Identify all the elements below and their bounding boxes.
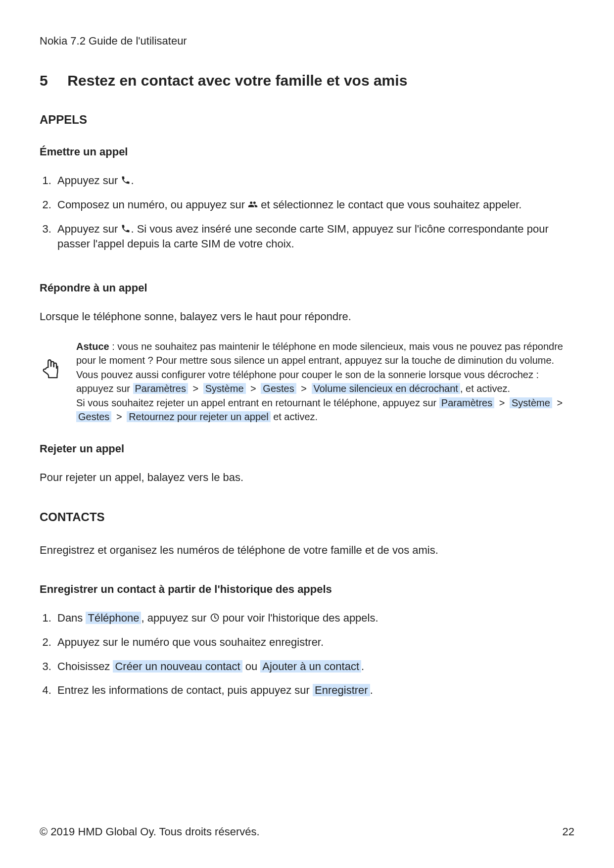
hl-retournez: Retournez pour rejeter un appel: [127, 411, 270, 422]
body-repondre: Lorsque le téléphone sonne, balayez vers…: [40, 309, 574, 325]
step-text: Appuyez sur: [57, 174, 121, 187]
tip-part: et activez.: [271, 411, 318, 422]
body-rejeter: Pour rejeter un appel, balayez vers le b…: [40, 470, 574, 485]
hl-parametres: Paramètres: [133, 383, 188, 394]
hl-volume-silencieux: Volume silencieux en décrochant: [312, 383, 460, 394]
step-text: .: [131, 174, 134, 187]
step-text: Dans: [57, 612, 86, 624]
list-item: Entrez les informations de contact, puis…: [54, 683, 574, 698]
tip-hand-icon: [40, 357, 62, 382]
chapter-heading: 5 Restez en contact avec votre famille e…: [40, 72, 574, 89]
document-title: Nokia 7.2 Guide de l'utilisateur: [40, 35, 574, 48]
subheading-rejeter: Rejeter un appel: [40, 442, 574, 455]
hl-systeme: Système: [510, 397, 552, 408]
step-text: Composez un numéro, ou appuyez sur: [57, 198, 248, 211]
list-item: Composez un numéro, ou appuyez sur et sé…: [54, 197, 574, 213]
step-text: ou: [242, 660, 261, 673]
step-text: .: [361, 660, 364, 673]
section-heading-contacts: CONTACTS: [40, 510, 574, 524]
page-footer: © 2019 HMD Global Oy. Tous droits réserv…: [40, 825, 574, 838]
subheading-emettre: Émettre un appel: [40, 145, 574, 158]
clock-history-icon: [210, 612, 220, 622]
step-text: Choisissez: [57, 660, 113, 673]
hl-gestes: Gestes: [261, 383, 296, 394]
separator-gt: >: [114, 411, 124, 422]
tip-text: Astuce : vous ne souhaitez pas maintenir…: [76, 339, 574, 424]
step-text: pour voir l'historique des appels.: [220, 612, 378, 624]
list-item: Appuyez sur . Si vous avez inséré une se…: [54, 222, 574, 252]
subheading-repondre: Répondre à un appel: [40, 282, 574, 294]
separator-gt: >: [497, 397, 507, 408]
hl-parametres: Paramètres: [439, 397, 494, 408]
step-text: Appuyez sur: [57, 223, 121, 235]
hl-systeme: Système: [203, 383, 246, 394]
steps-enregistrer: Dans Téléphone, appuyez sur pour voir l'…: [40, 611, 574, 698]
tip-part: Si vous souhaitez rejeter un appel entra…: [76, 397, 439, 408]
phone-icon: [121, 223, 131, 233]
separator-gt: >: [555, 397, 565, 408]
separator-gt: >: [248, 383, 258, 394]
list-item: Appuyez sur .: [54, 173, 574, 189]
tip-block: Astuce : vous ne souhaitez pas maintenir…: [40, 339, 574, 424]
separator-gt: >: [190, 383, 200, 394]
chapter-title-text: Restez en contact avec votre famille et …: [67, 72, 407, 89]
contacts-intro: Enregistrez et organisez les numéros de …: [40, 543, 574, 558]
list-item: Dans Téléphone, appuyez sur pour voir l'…: [54, 611, 574, 626]
list-item: Choisissez Créer un nouveau contact ou A…: [54, 659, 574, 675]
step-text: , appuyez sur: [141, 612, 209, 624]
phone-icon: [121, 174, 131, 184]
step-text: . Si vous avez inséré une seconde carte …: [57, 223, 549, 250]
step-text: .: [370, 684, 373, 696]
step-text: Appuyez sur le numéro que vous souhaitez…: [57, 636, 324, 648]
contacts-icon: [248, 198, 258, 208]
step-text: Entrez les informations de contact, puis…: [57, 684, 313, 696]
step-text: et sélectionnez le contact que vous souh…: [258, 198, 521, 211]
tip-bold: Astuce: [76, 341, 109, 352]
hl-enregistrer: Enregistrer: [313, 684, 370, 696]
hl-ajouter-contact: Ajouter à un contact: [260, 660, 361, 673]
section-heading-appels: APPELS: [40, 113, 574, 127]
footer-page-number: 22: [563, 825, 574, 838]
hl-creer-contact: Créer un nouveau contact: [113, 660, 242, 673]
hl-telephone: Téléphone: [86, 612, 141, 624]
footer-copyright: © 2019 HMD Global Oy. Tous droits réserv…: [40, 825, 260, 838]
separator-gt: >: [299, 383, 309, 394]
tip-part: , et activez.: [460, 383, 510, 394]
list-item: Appuyez sur le numéro que vous souhaitez…: [54, 635, 574, 650]
chapter-number: 5: [40, 72, 63, 89]
steps-emettre: Appuyez sur . Composez un numéro, ou app…: [40, 173, 574, 252]
subheading-enregistrer: Enregistrer un contact à partir de l'his…: [40, 583, 574, 596]
hl-gestes: Gestes: [76, 411, 111, 422]
